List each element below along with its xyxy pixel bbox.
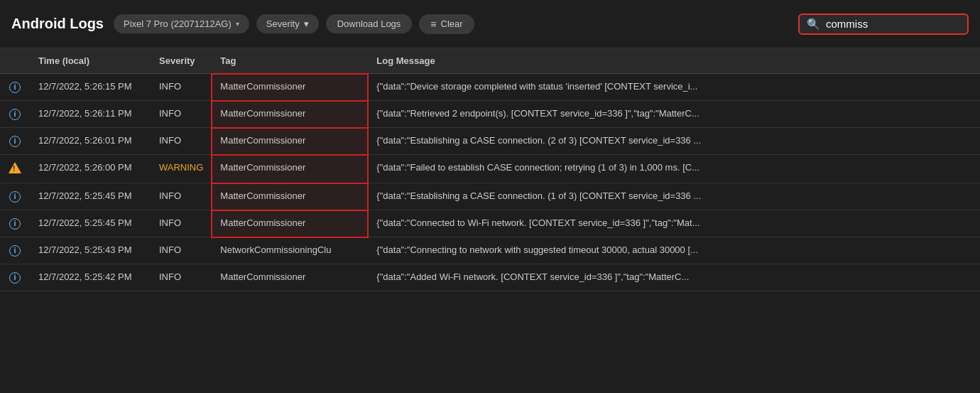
row-severity: INFO	[151, 264, 212, 291]
row-icon: i	[0, 264, 30, 291]
row-message: {"data":"Establishing a CASE connection.…	[368, 183, 980, 210]
info-icon: i	[9, 245, 21, 257]
table-row[interactable]: i12/7/2022, 5:25:42 PMINFOMatterCommissi…	[0, 264, 980, 291]
info-icon: i	[9, 272, 21, 284]
row-severity: INFO	[151, 128, 212, 155]
app-title: Android Logs	[11, 16, 104, 32]
search-container: 🔍	[798, 14, 969, 35]
row-icon: i	[0, 128, 30, 155]
row-icon: i	[0, 74, 30, 101]
table-row[interactable]: i12/7/2022, 5:26:11 PMINFOMatterCommissi…	[0, 101, 980, 128]
row-severity: INFO	[151, 237, 212, 264]
list-icon: ≡	[430, 18, 436, 30]
table-row[interactable]: i12/7/2022, 5:25:45 PMINFOMatterCommissi…	[0, 183, 980, 210]
download-logs-button[interactable]: Download Logs	[326, 14, 413, 33]
info-icon: i	[9, 191, 21, 203]
severity-label: Severity	[266, 18, 300, 29]
info-icon: i	[9, 109, 21, 120]
clear-button[interactable]: ≡ Clear	[419, 14, 474, 34]
row-icon: i	[0, 237, 30, 264]
chevron-down-icon: ▾	[236, 20, 239, 28]
row-message: {"data":"Connecting to network with sugg…	[368, 237, 980, 264]
row-tag: MatterCommissioner	[212, 155, 368, 183]
table-row[interactable]: i12/7/2022, 5:26:01 PMINFOMatterCommissi…	[0, 128, 980, 155]
col-header-severity: Severity	[151, 48, 212, 74]
col-header-tag: Tag	[212, 48, 368, 74]
table-row[interactable]: 12/7/2022, 5:26:00 PMWARNINGMatterCommis…	[0, 155, 980, 183]
row-time: 12/7/2022, 5:25:42 PM	[30, 264, 151, 291]
row-message: {"data":"Establishing a CASE connection.…	[368, 128, 980, 155]
severity-filter-button[interactable]: Severity ▾	[256, 14, 319, 33]
table-row[interactable]: i12/7/2022, 5:25:45 PMINFOMatterCommissi…	[0, 210, 980, 237]
row-time: 12/7/2022, 5:26:00 PM	[30, 155, 151, 183]
row-tag: NetworkCommissioningClu	[212, 237, 368, 264]
table-header-row: Time (local) Severity Tag Log Message	[0, 48, 980, 74]
warning-icon	[9, 162, 21, 173]
search-icon: 🔍	[807, 18, 820, 31]
row-message: {"data":"Added Wi-Fi network. [CONTEXT s…	[368, 264, 980, 291]
row-severity: INFO	[151, 183, 212, 210]
device-label: Pixel 7 Pro (22071212AG)	[124, 18, 232, 29]
log-table-wrapper: Time (local) Severity Tag Log Message i1…	[0, 48, 980, 291]
search-input[interactable]	[826, 18, 954, 30]
col-header-time: Time (local)	[30, 48, 151, 74]
row-tag: MatterCommissioner	[212, 128, 368, 155]
row-time: 12/7/2022, 5:26:15 PM	[30, 74, 151, 101]
row-icon: i	[0, 210, 30, 237]
app-header: Android Logs Pixel 7 Pro (22071212AG) ▾ …	[0, 0, 980, 48]
row-severity: INFO	[151, 101, 212, 128]
row-icon: i	[0, 183, 30, 210]
log-table: Time (local) Severity Tag Log Message i1…	[0, 48, 980, 291]
table-row[interactable]: i12/7/2022, 5:25:43 PMINFONetworkCommiss…	[0, 237, 980, 264]
row-time: 12/7/2022, 5:25:43 PM	[30, 237, 151, 264]
row-message: {"data":"Failed to establish CASE connec…	[368, 155, 980, 183]
row-icon: i	[0, 101, 30, 128]
row-tag: MatterCommissioner	[212, 183, 368, 210]
row-severity: WARNING	[151, 155, 212, 183]
device-selector[interactable]: Pixel 7 Pro (22071212AG) ▾	[114, 14, 249, 33]
row-message: {"data":"Retrieved 2 endpoint(s). [CONTE…	[368, 101, 980, 128]
chevron-down-icon: ▾	[304, 18, 309, 29]
row-message: {"data":"Device storage completed with s…	[368, 74, 980, 101]
row-tag: MatterCommissioner	[212, 210, 368, 237]
row-time: 12/7/2022, 5:25:45 PM	[30, 183, 151, 210]
row-icon	[0, 155, 30, 183]
table-row[interactable]: i12/7/2022, 5:26:15 PMINFOMatterCommissi…	[0, 74, 980, 101]
row-severity: INFO	[151, 210, 212, 237]
info-icon: i	[9, 82, 21, 93]
row-time: 12/7/2022, 5:26:01 PM	[30, 128, 151, 155]
col-header-message: Log Message	[368, 48, 980, 74]
download-logs-label: Download Logs	[337, 18, 401, 29]
info-icon: i	[9, 218, 21, 230]
row-tag: MatterCommissioner	[212, 74, 368, 101]
row-tag: MatterCommissioner	[212, 264, 368, 291]
row-time: 12/7/2022, 5:25:45 PM	[30, 210, 151, 237]
row-time: 12/7/2022, 5:26:11 PM	[30, 101, 151, 128]
row-tag: MatterCommissioner	[212, 101, 368, 128]
row-severity: INFO	[151, 74, 212, 101]
row-message: {"data":"Connected to Wi-Fi network. [CO…	[368, 210, 980, 237]
info-icon: i	[9, 136, 21, 147]
col-header-icon	[0, 48, 30, 74]
clear-label: Clear	[441, 18, 463, 29]
